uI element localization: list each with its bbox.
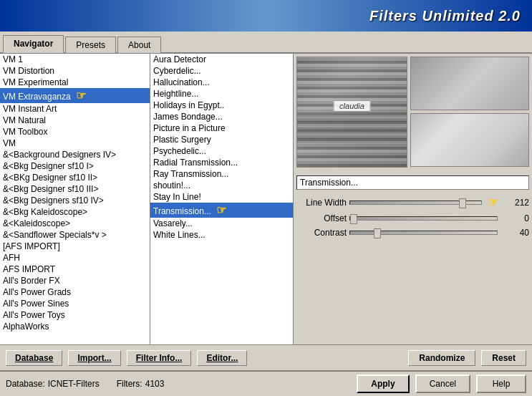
tab-bar: Navigator Presets About — [0, 32, 532, 54]
slider-row-offset: Offset 0 — [296, 213, 529, 223]
list-item[interactable]: &<Kaleidoscope> — [0, 218, 150, 229]
contrast-thumb[interactable] — [374, 228, 381, 238]
offset-label: Offset — [296, 213, 347, 223]
preview-top: claudia — [296, 57, 529, 171]
linewidth-label: Line Width — [296, 198, 347, 208]
offset-value: 0 — [500, 213, 529, 223]
preview-label: claudia — [333, 100, 371, 112]
list-item-selected[interactable]: VM Extravaganza ☞ — [0, 88, 150, 103]
preview-output — [410, 57, 529, 168]
linewidth-slider[interactable] — [349, 201, 482, 205]
filter-item[interactable]: Picture in a Picture — [150, 122, 293, 134]
filter-name-bar: Transmission... — [296, 175, 529, 190]
filter-item[interactable]: Plastic Surgery — [150, 134, 293, 145]
preview-output-top — [410, 57, 529, 110]
slider-row-linewidth: Line Width ☞ 212 — [296, 195, 529, 209]
list-item[interactable]: &<Sandflower Specials*v > — [0, 229, 150, 241]
list-item[interactable]: &<Bkg Designer sf10 III> — [0, 183, 150, 195]
preview-output-bottom — [410, 113, 529, 167]
action-buttons: Apply Cancel Help — [357, 375, 526, 393]
filter-panel[interactable]: Aura Detector Cyberdelic... Hallucinatio… — [150, 54, 294, 344]
preview-thumbnail: claudia — [296, 57, 407, 168]
list-item[interactable]: VM Toolbox — [0, 126, 150, 137]
filter-item[interactable]: White Lines... — [150, 229, 293, 241]
offset-thumb[interactable] — [350, 214, 357, 224]
filter-item[interactable]: Vasarely... — [150, 218, 293, 229]
linewidth-thumb[interactable] — [459, 198, 466, 208]
contrast-label: Contrast — [296, 228, 347, 238]
filter-item[interactable]: Hallucination... — [150, 77, 293, 88]
filter-info-button[interactable]: Filter Info... — [127, 350, 192, 366]
filter-item[interactable]: Heightline... — [150, 88, 293, 100]
list-item[interactable]: VM — [0, 137, 150, 149]
list-item[interactable]: &<Bkg Kaleidoscope> — [0, 206, 150, 218]
bottom-toolbar: Database Import... Filter Info... Editor… — [0, 344, 532, 370]
sliders-section: Line Width ☞ 212 Offset 0 — [296, 195, 529, 238]
list-item[interactable]: [AFS IMPORT] — [0, 241, 150, 252]
list-item[interactable]: All's Power Grads — [0, 286, 150, 298]
cursor-arrow-icon: ☞ — [216, 203, 226, 217]
filter-item[interactable]: Ray Transmission... — [150, 168, 293, 180]
cursor-arrow-icon: ☞ — [76, 89, 86, 102]
filter-item[interactable]: Aura Detector — [150, 54, 293, 65]
contrast-value: 40 — [500, 228, 529, 238]
list-item[interactable]: AFH — [0, 252, 150, 264]
filter-item[interactable]: shoutin!... — [150, 180, 293, 191]
filter-item[interactable]: Stay In Line! — [150, 191, 293, 203]
filter-item[interactable]: Psychedelic... — [150, 145, 293, 157]
category-list[interactable]: VM 1 VM Distortion VM Experimental VM Ex… — [0, 54, 150, 344]
editor-button[interactable]: Editor... — [197, 350, 247, 366]
database-value: ICNET-Filters — [48, 379, 100, 389]
database-button[interactable]: Database — [6, 350, 62, 366]
list-item[interactable]: VM Experimental — [0, 77, 150, 88]
randomize-button[interactable]: Randomize — [408, 350, 475, 366]
filter-item[interactable]: Holidays in Egypt.. — [150, 100, 293, 111]
tab-navigator[interactable]: Navigator — [3, 35, 64, 53]
cursor-arrow-linewidth-icon: ☞ — [488, 195, 498, 209]
contrast-slider[interactable] — [349, 231, 498, 235]
linewidth-value: 212 — [500, 198, 529, 208]
cancel-button[interactable]: Cancel — [415, 375, 470, 393]
app-title: Filters Unlimited 2.0 — [369, 8, 521, 24]
list-item[interactable]: AlphaWorks — [0, 321, 150, 332]
title-bar: Filters Unlimited 2.0 — [0, 0, 532, 32]
filters-label: Filters: — [117, 379, 142, 389]
list-item[interactable]: All's Power Sines — [0, 298, 150, 309]
filter-name-display: Transmission... — [296, 175, 529, 190]
main-content: VM 1 VM Distortion VM Experimental VM Ex… — [0, 54, 532, 344]
tab-presets[interactable]: Presets — [65, 37, 116, 53]
offset-slider[interactable] — [349, 216, 498, 221]
list-item[interactable]: VM 1 — [0, 54, 150, 65]
list-item[interactable]: VM Instant Art — [0, 103, 150, 115]
filter-item[interactable]: James Bondage... — [150, 111, 293, 122]
list-item[interactable]: &<Bkg Designer sf10 I> — [0, 160, 150, 172]
filter-item-selected[interactable]: Transmission... ☞ — [150, 203, 293, 218]
list-item[interactable]: All's Power Toys — [0, 309, 150, 321]
list-item[interactable]: &<Background Designers IV> — [0, 149, 150, 160]
status-bar: Database: ICNET-Filters Filters: 4103 Ap… — [0, 370, 532, 396]
help-button[interactable]: Help — [476, 375, 526, 393]
list-item[interactable]: &<Bkg Designers sf10 IV> — [0, 195, 150, 206]
filters-value: 4103 — [145, 379, 165, 389]
slider-row-contrast: Contrast 40 — [296, 228, 529, 238]
import-button[interactable]: Import... — [68, 350, 120, 366]
list-item[interactable]: VM Natural — [0, 115, 150, 126]
database-label: Database: — [6, 379, 45, 389]
filter-item[interactable]: Cyberdelic... — [150, 65, 293, 77]
left-panel: VM 1 VM Distortion VM Experimental VM Ex… — [0, 54, 150, 344]
filter-item[interactable]: Radial Transmission... — [150, 157, 293, 168]
list-item[interactable]: VM Distortion — [0, 65, 150, 77]
reset-button[interactable]: Reset — [481, 350, 526, 366]
list-item[interactable]: &<BKg Designer sf10 II> — [0, 172, 150, 183]
tab-about[interactable]: About — [117, 37, 161, 53]
list-item[interactable]: AFS IMPORT — [0, 264, 150, 275]
preview-panel: claudia Transmission... Line Width — [294, 54, 532, 344]
apply-button[interactable]: Apply — [357, 375, 409, 393]
list-item[interactable]: All's Border FX — [0, 275, 150, 286]
